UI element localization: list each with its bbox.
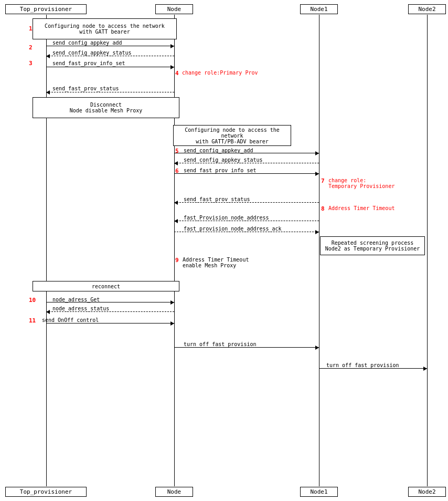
arrow-node-adress-status xyxy=(46,311,174,312)
msg-send-fast-prov-status-2: send_fast_prov_status xyxy=(184,196,250,202)
msg-turn-off-fast-provision-2: turn off fast provision xyxy=(326,362,399,368)
note-disconnect-text: DisconnectNode disable Mesh Proxy xyxy=(70,102,142,113)
note-gatt-pb-adv-text: Configuring node to access the network w… xyxy=(176,127,289,144)
arrow-send-fast-prov-status-1 xyxy=(46,92,174,92)
note-reconnect-text: reconnect xyxy=(92,284,120,289)
step11-num: 11 xyxy=(29,317,36,324)
note-step1-text: Configuring node to access the network w… xyxy=(45,23,165,35)
lifeline-top-provisioner xyxy=(46,15,47,486)
note-step1: Configuring node to access the network w… xyxy=(33,18,177,39)
arrow-send-config-appkey-status-2 xyxy=(174,163,319,163)
arrow-fast-provision-node-address-ack xyxy=(174,232,319,232)
actor-node2-top: Node2 xyxy=(408,4,446,14)
arrow-send-fast-prov-info-set-1 xyxy=(46,67,174,67)
arrow-fast-provision-node-address xyxy=(174,221,319,221)
actor-node-bottom: Node xyxy=(155,487,193,497)
step4-num: 4 xyxy=(175,70,179,77)
arrow-send-config-appkey-add-2 xyxy=(174,153,319,153)
note-disconnect: DisconnectNode disable Mesh Proxy xyxy=(33,97,179,118)
lifeline-node xyxy=(174,15,175,486)
arrow-send-config-appkey-add-1 xyxy=(46,46,174,46)
msg-fast-provision-node-address: fast_Provision_node_address xyxy=(184,215,269,221)
arrow-send-config-appkey-status-1 xyxy=(46,56,174,56)
step9-num: 9 xyxy=(175,257,179,264)
note-reconnect: reconnect xyxy=(33,281,179,291)
arrow-send-onoff-control xyxy=(46,323,174,323)
note-step4: change role:Primary Prov xyxy=(182,70,258,76)
lifeline-node2 xyxy=(427,15,428,486)
arrow-send-fast-prov-status-2 xyxy=(174,202,319,203)
arrow-turn-off-fast-provision-1 xyxy=(174,347,319,348)
actor-node2-bottom: Node2 xyxy=(408,487,446,497)
msg-send-fast-prov-status-1: send_fast_prov_status xyxy=(52,86,119,91)
note-gatt-pb-adv: Configuring node to access the network w… xyxy=(173,125,291,146)
actor-node1-bottom: Node1 xyxy=(300,487,338,497)
msg-turn-off-fast-provision-1: turn off fast provision xyxy=(184,341,256,347)
step2-num: 2 xyxy=(29,44,33,51)
arrow-turn-off-fast-provision-2 xyxy=(319,368,427,369)
actor-node1-top: Node1 xyxy=(300,4,338,14)
msg-send-onoff-control: send_OnOff_control xyxy=(42,317,99,323)
note-step7: change role:Temporary Provisioner xyxy=(328,178,394,189)
msg-node-adress-status: node_adress_status xyxy=(52,306,109,311)
sequence-diagram: Top_provisioner Node Node1 Node2 Configu… xyxy=(0,0,448,501)
actor-top-provisioner-bottom: Top_provisioner xyxy=(5,487,87,497)
arrow-send-fast-prov-info-set-2 xyxy=(174,173,319,174)
note-repeated-screening-text: Repeated screening processNode2 as Tempo… xyxy=(325,240,420,252)
step1-num: 1 xyxy=(29,25,33,32)
note-step9: Address Timer Timeout enable Mesh Proxy xyxy=(183,257,249,268)
step5-num: 5 xyxy=(175,148,179,154)
step3-num: 3 xyxy=(29,60,33,67)
step10-num: 10 xyxy=(29,297,36,304)
note-repeated-screening: Repeated screening processNode2 as Tempo… xyxy=(320,236,425,255)
msg-send-config-appkey-add-1: send_config_appkey_add xyxy=(52,40,122,46)
msg-send-fast-prov-info-set-1: send_fast_prov_info_set xyxy=(52,60,125,66)
arrow-node-adress-get xyxy=(46,302,174,302)
msg-send-config-appkey-status-1: send_config_appkey_status xyxy=(52,50,132,56)
msg-send-config-appkey-status-2: send_config_appkey_status xyxy=(184,157,263,163)
actor-node-top: Node xyxy=(155,4,193,14)
step7-num: 7 xyxy=(321,178,325,184)
note-step8: Address Timer Timeout xyxy=(328,205,394,211)
lifeline-node1 xyxy=(319,15,319,486)
step8-num: 8 xyxy=(321,205,325,212)
msg-send-fast-prov-info-set-2: send_fast_prov_info_set xyxy=(184,168,256,173)
actor-top-provisioner-top: Top_provisioner xyxy=(5,4,87,14)
msg-fast-provision-node-address-ack: fast_provision_node_address_ack xyxy=(184,226,282,232)
